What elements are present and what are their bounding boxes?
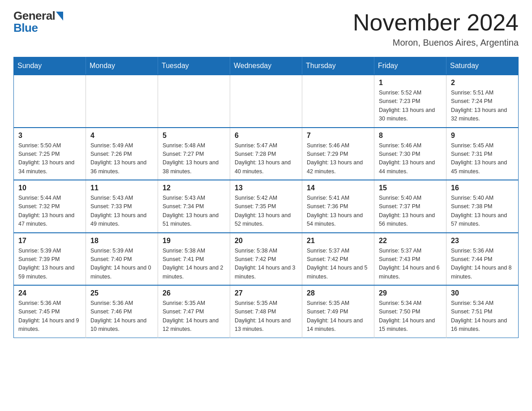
day-info: Sunrise: 5:49 AMSunset: 7:26 PMDaylight:… [90, 141, 153, 176]
day-number: 28 [307, 289, 369, 297]
table-row [14, 75, 86, 128]
day-number: 19 [163, 237, 225, 245]
day-number: 13 [235, 184, 297, 192]
table-row: 2Sunrise: 5:51 AMSunset: 7:24 PMDaylight… [446, 75, 519, 128]
day-info: Sunrise: 5:35 AMSunset: 7:49 PMDaylight:… [307, 299, 369, 334]
table-row: 20Sunrise: 5:38 AMSunset: 7:42 PMDayligh… [230, 233, 302, 286]
day-number: 4 [90, 132, 153, 140]
day-number: 16 [451, 184, 514, 192]
calendar-week-row: 24Sunrise: 5:36 AMSunset: 7:45 PMDayligh… [14, 285, 519, 338]
day-info: Sunrise: 5:43 AMSunset: 7:33 PMDaylight:… [90, 194, 153, 229]
table-row: 21Sunrise: 5:37 AMSunset: 7:42 PMDayligh… [302, 233, 374, 286]
day-number: 9 [451, 132, 514, 140]
logo-blue: Blue [13, 21, 38, 35]
page-header: General Blue November 2024 Moron, Buenos… [13, 9, 519, 48]
day-number: 15 [379, 184, 442, 192]
table-row: 6Sunrise: 5:47 AMSunset: 7:28 PMDaylight… [230, 128, 302, 180]
day-number: 11 [90, 184, 153, 192]
header-tuesday: Tuesday [158, 57, 230, 75]
day-info: Sunrise: 5:37 AMSunset: 7:42 PMDaylight:… [307, 247, 369, 282]
logo-triangle-icon [56, 12, 63, 21]
day-number: 7 [307, 132, 369, 140]
table-row: 12Sunrise: 5:43 AMSunset: 7:34 PMDayligh… [158, 180, 230, 233]
day-info: Sunrise: 5:42 AMSunset: 7:35 PMDaylight:… [235, 194, 297, 229]
page-title: November 2024 [353, 9, 519, 36]
day-number: 29 [379, 289, 442, 297]
table-row: 14Sunrise: 5:41 AMSunset: 7:36 PMDayligh… [302, 180, 374, 233]
day-info: Sunrise: 5:50 AMSunset: 7:25 PMDaylight:… [18, 141, 81, 176]
calendar-week-row: 10Sunrise: 5:44 AMSunset: 7:32 PMDayligh… [14, 180, 519, 233]
day-number: 2 [451, 79, 514, 87]
header-wednesday: Wednesday [230, 57, 302, 75]
table-row: 3Sunrise: 5:50 AMSunset: 7:25 PMDaylight… [14, 128, 86, 180]
day-info: Sunrise: 5:34 AMSunset: 7:51 PMDaylight:… [451, 299, 514, 334]
header-friday: Friday [374, 57, 446, 75]
table-row: 27Sunrise: 5:35 AMSunset: 7:48 PMDayligh… [230, 285, 302, 338]
logo: General Blue [13, 9, 63, 35]
header-sunday: Sunday [14, 57, 86, 75]
day-info: Sunrise: 5:35 AMSunset: 7:48 PMDaylight:… [235, 299, 297, 334]
table-row: 10Sunrise: 5:44 AMSunset: 7:32 PMDayligh… [14, 180, 86, 233]
table-row: 11Sunrise: 5:43 AMSunset: 7:33 PMDayligh… [86, 180, 158, 233]
table-row: 23Sunrise: 5:36 AMSunset: 7:44 PMDayligh… [446, 233, 519, 286]
day-number: 5 [163, 132, 225, 140]
day-info: Sunrise: 5:34 AMSunset: 7:50 PMDaylight:… [379, 299, 442, 334]
table-row: 8Sunrise: 5:46 AMSunset: 7:30 PMDaylight… [374, 128, 446, 180]
day-info: Sunrise: 5:45 AMSunset: 7:31 PMDaylight:… [451, 141, 514, 176]
location-subtitle: Moron, Buenos Aires, Argentina [353, 38, 519, 48]
table-row [230, 75, 302, 128]
day-number: 10 [18, 184, 81, 192]
day-number: 21 [307, 237, 369, 245]
day-number: 24 [18, 289, 81, 297]
day-number: 17 [18, 237, 81, 245]
day-number: 14 [307, 184, 369, 192]
table-row: 9Sunrise: 5:45 AMSunset: 7:31 PMDaylight… [446, 128, 519, 180]
day-info: Sunrise: 5:43 AMSunset: 7:34 PMDaylight:… [163, 194, 225, 229]
day-info: Sunrise: 5:46 AMSunset: 7:29 PMDaylight:… [307, 141, 369, 176]
day-number: 25 [90, 289, 153, 297]
table-row: 7Sunrise: 5:46 AMSunset: 7:29 PMDaylight… [302, 128, 374, 180]
day-info: Sunrise: 5:51 AMSunset: 7:24 PMDaylight:… [451, 89, 514, 124]
day-number: 20 [235, 237, 297, 245]
calendar-week-row: 17Sunrise: 5:39 AMSunset: 7:39 PMDayligh… [14, 233, 519, 286]
day-info: Sunrise: 5:37 AMSunset: 7:43 PMDaylight:… [379, 247, 442, 282]
table-row: 19Sunrise: 5:38 AMSunset: 7:41 PMDayligh… [158, 233, 230, 286]
day-number: 26 [163, 289, 225, 297]
table-row: 26Sunrise: 5:35 AMSunset: 7:47 PMDayligh… [158, 285, 230, 338]
day-info: Sunrise: 5:38 AMSunset: 7:41 PMDaylight:… [163, 247, 225, 282]
day-info: Sunrise: 5:39 AMSunset: 7:40 PMDaylight:… [90, 247, 153, 282]
day-info: Sunrise: 5:48 AMSunset: 7:27 PMDaylight:… [163, 141, 225, 176]
table-row: 17Sunrise: 5:39 AMSunset: 7:39 PMDayligh… [14, 233, 86, 286]
header-saturday: Saturday [446, 57, 519, 75]
header-monday: Monday [86, 57, 158, 75]
day-info: Sunrise: 5:46 AMSunset: 7:30 PMDaylight:… [379, 141, 442, 176]
day-info: Sunrise: 5:36 AMSunset: 7:46 PMDaylight:… [90, 299, 153, 334]
day-number: 22 [379, 237, 442, 245]
table-row: 5Sunrise: 5:48 AMSunset: 7:27 PMDaylight… [158, 128, 230, 180]
day-info: Sunrise: 5:36 AMSunset: 7:45 PMDaylight:… [18, 299, 81, 334]
day-info: Sunrise: 5:52 AMSunset: 7:23 PMDaylight:… [379, 89, 442, 124]
calendar-table: Sunday Monday Tuesday Wednesday Thursday… [13, 57, 519, 338]
day-info: Sunrise: 5:40 AMSunset: 7:37 PMDaylight:… [379, 194, 442, 229]
day-info: Sunrise: 5:41 AMSunset: 7:36 PMDaylight:… [307, 194, 369, 229]
table-row [158, 75, 230, 128]
table-row: 29Sunrise: 5:34 AMSunset: 7:50 PMDayligh… [374, 285, 446, 338]
table-row: 30Sunrise: 5:34 AMSunset: 7:51 PMDayligh… [446, 285, 519, 338]
day-number: 3 [18, 132, 81, 140]
header-thursday: Thursday [302, 57, 374, 75]
title-block: November 2024 Moron, Buenos Aires, Argen… [353, 9, 519, 48]
weekday-header-row: Sunday Monday Tuesday Wednesday Thursday… [14, 57, 519, 75]
table-row: 24Sunrise: 5:36 AMSunset: 7:45 PMDayligh… [14, 285, 86, 338]
day-number: 18 [90, 237, 153, 245]
day-info: Sunrise: 5:38 AMSunset: 7:42 PMDaylight:… [235, 247, 297, 282]
table-row: 13Sunrise: 5:42 AMSunset: 7:35 PMDayligh… [230, 180, 302, 233]
day-number: 27 [235, 289, 297, 297]
day-number: 30 [451, 289, 514, 297]
table-row: 1Sunrise: 5:52 AMSunset: 7:23 PMDaylight… [374, 75, 446, 128]
day-number: 6 [235, 132, 297, 140]
table-row: 4Sunrise: 5:49 AMSunset: 7:26 PMDaylight… [86, 128, 158, 180]
day-number: 8 [379, 132, 442, 140]
table-row: 22Sunrise: 5:37 AMSunset: 7:43 PMDayligh… [374, 233, 446, 286]
day-number: 1 [379, 79, 442, 87]
table-row [86, 75, 158, 128]
